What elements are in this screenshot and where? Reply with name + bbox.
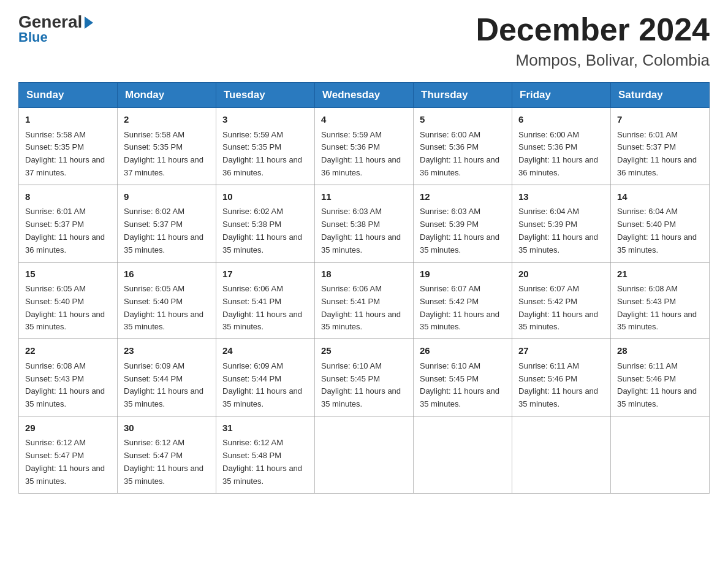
day-info: Sunrise: 6:05 AMSunset: 5:40 PMDaylight:… (25, 284, 105, 331)
day-number: 29 (25, 421, 111, 435)
day-info: Sunrise: 5:58 AMSunset: 5:35 PMDaylight:… (124, 130, 203, 177)
month-title: December 2024 (476, 12, 710, 47)
calendar-cell: 13Sunrise: 6:04 AMSunset: 5:39 PMDayligh… (512, 185, 611, 262)
calendar-cell: 26Sunrise: 6:10 AMSunset: 5:45 PMDayligh… (414, 339, 512, 416)
day-info: Sunrise: 6:08 AMSunset: 5:43 PMDaylight:… (617, 284, 697, 331)
calendar-cell: 29Sunrise: 6:12 AMSunset: 5:47 PMDayligh… (19, 416, 118, 493)
day-number: 8 (25, 190, 111, 204)
title-block: December 2024 Mompos, Bolivar, Colombia (476, 12, 710, 70)
logo-blue-text: Blue (18, 29, 48, 45)
calendar-cell: 30Sunrise: 6:12 AMSunset: 5:47 PMDayligh… (118, 416, 216, 493)
calendar-table: SundayMondayTuesdayWednesdayThursdayFrid… (18, 82, 710, 493)
page-header: General Blue December 2024 Mompos, Boliv… (18, 12, 710, 70)
day-info: Sunrise: 6:07 AMSunset: 5:42 PMDaylight:… (420, 284, 499, 331)
day-info: Sunrise: 5:59 AMSunset: 5:36 PMDaylight:… (321, 130, 401, 177)
calendar-cell: 14Sunrise: 6:04 AMSunset: 5:40 PMDayligh… (611, 185, 710, 262)
day-number: 16 (124, 267, 210, 282)
calendar-week-4: 22Sunrise: 6:08 AMSunset: 5:43 PMDayligh… (19, 339, 710, 416)
day-info: Sunrise: 6:03 AMSunset: 5:39 PMDaylight:… (420, 207, 499, 254)
calendar-header-monday: Monday (118, 83, 216, 108)
calendar-cell: 21Sunrise: 6:08 AMSunset: 5:43 PMDayligh… (611, 262, 710, 339)
calendar-cell: 27Sunrise: 6:11 AMSunset: 5:46 PMDayligh… (512, 339, 611, 416)
day-number: 17 (222, 267, 308, 282)
day-number: 6 (518, 113, 604, 127)
calendar-cell (414, 416, 512, 493)
calendar-week-5: 29Sunrise: 6:12 AMSunset: 5:47 PMDayligh… (19, 416, 710, 493)
calendar-cell: 9Sunrise: 6:02 AMSunset: 5:37 PMDaylight… (118, 185, 216, 262)
day-info: Sunrise: 6:00 AMSunset: 5:36 PMDaylight:… (518, 130, 598, 177)
day-number: 22 (25, 344, 111, 358)
day-number: 25 (321, 344, 407, 358)
calendar-header-thursday: Thursday (414, 83, 512, 108)
calendar-cell: 31Sunrise: 6:12 AMSunset: 5:48 PMDayligh… (216, 416, 315, 493)
calendar-header-wednesday: Wednesday (315, 83, 414, 108)
calendar-header-friday: Friday (512, 83, 611, 108)
day-number: 3 (222, 113, 308, 127)
day-info: Sunrise: 6:10 AMSunset: 5:45 PMDaylight:… (321, 361, 401, 408)
day-number: 10 (222, 190, 308, 204)
calendar-cell: 4Sunrise: 5:59 AMSunset: 5:36 PMDaylight… (315, 108, 414, 185)
calendar-cell (611, 416, 710, 493)
calendar-cell: 7Sunrise: 6:01 AMSunset: 5:37 PMDaylight… (611, 108, 710, 185)
day-number: 24 (222, 344, 308, 358)
calendar-cell: 11Sunrise: 6:03 AMSunset: 5:38 PMDayligh… (315, 185, 414, 262)
calendar-cell: 17Sunrise: 6:06 AMSunset: 5:41 PMDayligh… (216, 262, 315, 339)
calendar-header-row: SundayMondayTuesdayWednesdayThursdayFrid… (19, 83, 710, 108)
day-info: Sunrise: 6:07 AMSunset: 5:42 PMDaylight:… (518, 284, 598, 331)
calendar-week-2: 8Sunrise: 6:01 AMSunset: 5:37 PMDaylight… (19, 185, 710, 262)
calendar-cell: 20Sunrise: 6:07 AMSunset: 5:42 PMDayligh… (512, 262, 611, 339)
calendar-cell: 10Sunrise: 6:02 AMSunset: 5:38 PMDayligh… (216, 185, 315, 262)
day-info: Sunrise: 6:03 AMSunset: 5:38 PMDaylight:… (321, 207, 401, 254)
calendar-header-tuesday: Tuesday (216, 83, 315, 108)
day-number: 19 (420, 267, 506, 282)
day-info: Sunrise: 6:06 AMSunset: 5:41 PMDaylight:… (321, 284, 401, 331)
logo-arrow-icon (85, 17, 93, 29)
day-info: Sunrise: 6:08 AMSunset: 5:43 PMDaylight:… (25, 361, 105, 408)
calendar-cell: 3Sunrise: 5:59 AMSunset: 5:35 PMDaylight… (216, 108, 315, 185)
day-info: Sunrise: 5:59 AMSunset: 5:35 PMDaylight:… (222, 130, 302, 177)
day-number: 9 (124, 190, 210, 204)
calendar-header-sunday: Sunday (19, 83, 118, 108)
calendar-cell: 25Sunrise: 6:10 AMSunset: 5:45 PMDayligh… (315, 339, 414, 416)
location-title: Mompos, Bolivar, Colombia (476, 51, 710, 70)
day-number: 30 (124, 421, 210, 435)
day-info: Sunrise: 6:09 AMSunset: 5:44 PMDaylight:… (124, 361, 203, 408)
day-number: 28 (617, 344, 703, 358)
day-number: 1 (25, 113, 111, 127)
calendar-cell: 22Sunrise: 6:08 AMSunset: 5:43 PMDayligh… (19, 339, 118, 416)
day-number: 5 (420, 113, 506, 127)
day-number: 26 (420, 344, 506, 358)
day-number: 15 (25, 267, 111, 282)
day-info: Sunrise: 6:02 AMSunset: 5:37 PMDaylight:… (124, 207, 203, 254)
calendar-week-3: 15Sunrise: 6:05 AMSunset: 5:40 PMDayligh… (19, 262, 710, 339)
day-info: Sunrise: 6:06 AMSunset: 5:41 PMDaylight:… (222, 284, 302, 331)
calendar-cell: 6Sunrise: 6:00 AMSunset: 5:36 PMDaylight… (512, 108, 611, 185)
calendar-cell: 28Sunrise: 6:11 AMSunset: 5:46 PMDayligh… (611, 339, 710, 416)
day-number: 23 (124, 344, 210, 358)
logo: General Blue (18, 12, 93, 45)
calendar-cell: 1Sunrise: 5:58 AMSunset: 5:35 PMDaylight… (19, 108, 118, 185)
day-number: 27 (518, 344, 604, 358)
calendar-cell (315, 416, 414, 493)
day-number: 2 (124, 113, 210, 127)
day-info: Sunrise: 6:12 AMSunset: 5:47 PMDaylight:… (25, 438, 105, 485)
calendar-cell (512, 416, 611, 493)
calendar-cell: 8Sunrise: 6:01 AMSunset: 5:37 PMDaylight… (19, 185, 118, 262)
day-info: Sunrise: 6:11 AMSunset: 5:46 PMDaylight:… (518, 361, 598, 408)
day-number: 7 (617, 113, 703, 127)
day-info: Sunrise: 6:12 AMSunset: 5:48 PMDaylight:… (222, 438, 302, 485)
day-number: 21 (617, 267, 703, 282)
day-info: Sunrise: 6:04 AMSunset: 5:39 PMDaylight:… (518, 207, 598, 254)
day-info: Sunrise: 6:12 AMSunset: 5:47 PMDaylight:… (124, 438, 203, 485)
calendar-cell: 19Sunrise: 6:07 AMSunset: 5:42 PMDayligh… (414, 262, 512, 339)
calendar-week-1: 1Sunrise: 5:58 AMSunset: 5:35 PMDaylight… (19, 108, 710, 185)
day-info: Sunrise: 5:58 AMSunset: 5:35 PMDaylight:… (25, 130, 105, 177)
day-number: 31 (222, 421, 308, 435)
calendar-header-saturday: Saturday (611, 83, 710, 108)
day-info: Sunrise: 6:09 AMSunset: 5:44 PMDaylight:… (222, 361, 302, 408)
day-info: Sunrise: 6:02 AMSunset: 5:38 PMDaylight:… (222, 207, 302, 254)
day-info: Sunrise: 6:05 AMSunset: 5:40 PMDaylight:… (124, 284, 203, 331)
calendar-cell: 15Sunrise: 6:05 AMSunset: 5:40 PMDayligh… (19, 262, 118, 339)
calendar-cell: 12Sunrise: 6:03 AMSunset: 5:39 PMDayligh… (414, 185, 512, 262)
calendar-cell: 16Sunrise: 6:05 AMSunset: 5:40 PMDayligh… (118, 262, 216, 339)
